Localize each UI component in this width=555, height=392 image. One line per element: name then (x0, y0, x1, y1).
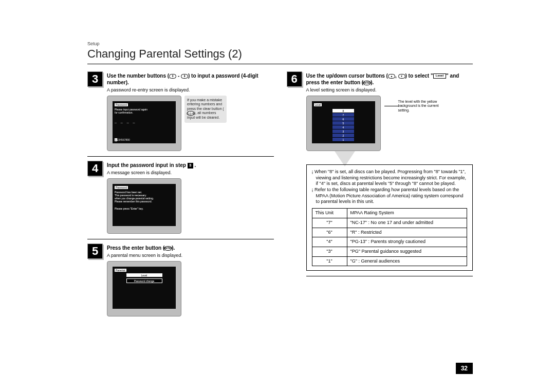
table-row: "6""R" : Restricted (312, 228, 467, 237)
step-4-sub: A message screen is displayed. (107, 170, 274, 175)
step-6-title: Use the up/down cursor buttons (▲, ▼) to… (306, 72, 473, 86)
mpaa-header-system: MPAA Rating System (347, 209, 467, 218)
step-3-screen: Password Please input password again for… (107, 96, 181, 151)
step-5-title: Press the enter button (ENTER). (107, 245, 274, 251)
page-title: Changing Parental Settings (2) (87, 47, 473, 61)
number-row: 1234567890 (115, 138, 130, 141)
info-bullet-1: When "8" is set, all discs can be played… (316, 169, 468, 187)
info-box: When "8" is set, all discs can be played… (306, 164, 473, 271)
step-6-sub: A level setting screen is displayed. (306, 87, 473, 92)
password-dashes: _ _ _ _ (115, 119, 174, 123)
screen-label: Level (314, 103, 322, 106)
step-3-sub: A password re-entry screen is displayed. (107, 87, 274, 92)
page-number: 32 (456, 363, 473, 374)
level-label-icon: Level (433, 73, 446, 79)
level-item-8: 8 (332, 109, 354, 113)
table-row: "4""PG-13" : Parents strongly cautioned (312, 237, 467, 247)
screen-l4: Please remember this password. (115, 200, 174, 203)
enter-button-icon: ENTER (363, 81, 371, 85)
screen-label: Password (115, 103, 128, 106)
screen-l5: Please press "Enter" key. (115, 207, 174, 210)
step-3-badge: 3 (87, 71, 103, 87)
enter-button-icon: ENTER (164, 246, 172, 251)
step-4: 4 Input the password input in step 3 . A… (87, 161, 274, 234)
menu-item-password-change: Password change (126, 278, 162, 283)
step-ref-3-icon: 3 (188, 163, 193, 169)
note-leader-line (384, 106, 399, 106)
level-item-5: 5 (332, 121, 354, 125)
step-4-screen: Password Password has been set. This pas… (107, 178, 181, 234)
table-row: "7""NC-17" : No one 17 and under admitte… (312, 218, 467, 228)
left-column: 3 Use the number buttons (0 - 9) to inpu… (87, 68, 274, 316)
screen-label: Password (115, 186, 128, 189)
screen-label: Parental (115, 269, 126, 272)
menu-item-level: Level (126, 273, 162, 277)
table-row: "3""PG" Parental guidance suggested (312, 247, 467, 256)
info-bullet-2: Refer to the following table regarding h… (316, 187, 468, 205)
cursor-down-icon: ▼ (398, 74, 405, 79)
divider (306, 276, 473, 276)
step-5-sub: A parental menu screen is displayed. (107, 253, 274, 258)
clear-button-icon: CLEAR (187, 111, 194, 116)
step-4-title: Input the password input in step 3 . (107, 162, 274, 169)
step-5-screen: Parental Level Password change (107, 261, 181, 316)
level-item-6: 6 (332, 117, 354, 121)
divider (87, 239, 274, 239)
cursor-up-icon: ▲ (388, 74, 395, 79)
screen-text-2: for confirmation. (115, 111, 174, 114)
step-3: 3 Use the number buttons (0 - 9) to inpu… (87, 71, 274, 151)
mpaa-header-unit: This Unit (312, 209, 347, 218)
breadcrumb: Setup (87, 41, 473, 46)
step-6-screen: Level 8 7 6 5 4 3 2 1 (306, 96, 381, 151)
table-row: "1""G" : General audiences (312, 256, 467, 266)
step-5: 5 Press the enter button (ENTER). A pare… (87, 244, 274, 316)
step-6: 6 Use the up/down cursor buttons (▲, ▼) … (287, 71, 473, 281)
step-6-badge: 6 (287, 71, 302, 87)
mpaa-table: This Unit MPAA Rating System "7""NC-17" … (312, 208, 468, 266)
level-item-2: 2 (332, 134, 354, 138)
level-list: 8 7 6 5 4 3 2 1 (332, 109, 354, 142)
level-item-7: 7 (332, 113, 354, 117)
level-item-3: 3 (332, 129, 354, 134)
step-6-sidenote: The level with the yellow background is … (398, 100, 450, 113)
step-5-badge: 5 (87, 244, 103, 259)
button-9-icon: 9 (181, 74, 188, 79)
step-3-callout: If you make a mistake entering numbers a… (184, 96, 227, 123)
title-rule (87, 64, 473, 64)
step-4-badge: 4 (87, 161, 103, 176)
right-column: 6 Use the up/down cursor buttons (▲, ▼) … (287, 68, 473, 316)
button-0-icon: 0 (169, 74, 176, 79)
level-item-1: 1 (332, 138, 354, 142)
level-item-4: 4 (332, 125, 354, 129)
divider (87, 156, 274, 157)
step-3-title: Use the number buttons (0 - 9) to input … (107, 72, 274, 86)
